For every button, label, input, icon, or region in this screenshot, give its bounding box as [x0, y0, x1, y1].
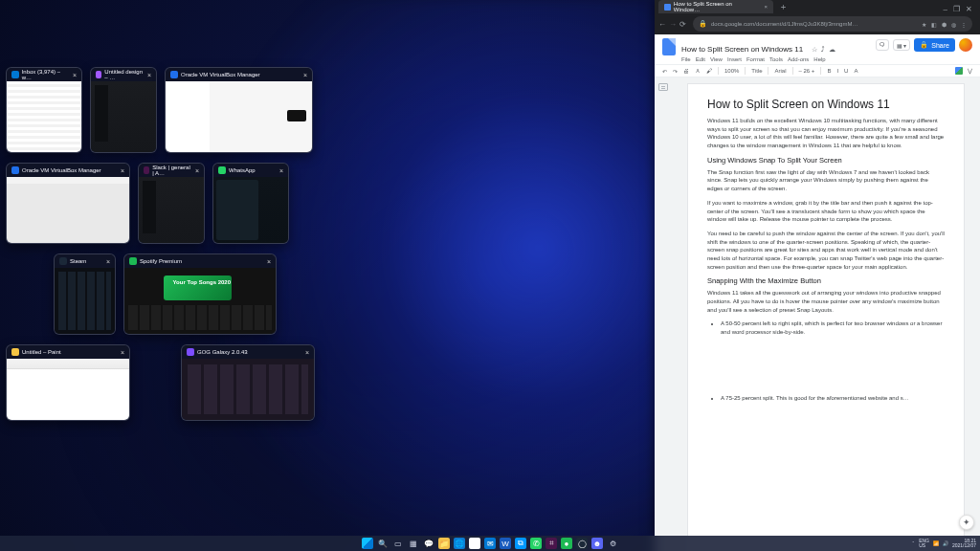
snap-tile[interactable]: Oracle VM VirtualBox Manager × [6, 163, 130, 244]
steam-icon[interactable]: ◯ [576, 538, 588, 549]
docs-document-title[interactable]: How to Split Screen on Windows 11 [681, 45, 803, 54]
snap-tile[interactable]: Slack | general | A… × [138, 163, 205, 244]
move-icon[interactable]: ⤴ [821, 46, 825, 54]
account-avatar[interactable] [959, 38, 972, 52]
explorer-icon[interactable]: 📁 [438, 538, 450, 549]
close-icon[interactable]: × [121, 167, 124, 174]
menu-edit[interactable]: Edit [696, 56, 705, 62]
share-button[interactable]: 🔒 Share [914, 38, 955, 52]
redo-icon[interactable]: ↷ [673, 68, 678, 75]
doc-h1[interactable]: How to Split Screen on Windows 11 [707, 98, 945, 111]
menu-insert[interactable]: Insert [727, 56, 742, 62]
snap-tile[interactable]: Inbox (3,974) – w… × [6, 67, 82, 153]
close-icon[interactable]: × [106, 258, 110, 265]
snap-tile[interactable]: Untitled design – … × [90, 67, 157, 153]
discord-icon[interactable]: ☻ [591, 538, 603, 549]
new-tab-button[interactable]: ＋ [777, 1, 789, 13]
start-icon[interactable] [362, 538, 373, 549]
font-size-input[interactable]: – 26 + [799, 68, 815, 74]
print-icon[interactable]: 🖨 [683, 68, 689, 74]
doc-para[interactable]: Windows 11 builds on the excellent Windo… [707, 117, 945, 150]
menu-view[interactable]: View [710, 56, 723, 62]
edge-icon[interactable]: 🌐 [454, 538, 465, 549]
star-icon[interactable]: ☆ [812, 46, 817, 54]
extension-icon[interactable]: ★ [922, 21, 926, 28]
spellcheck-icon[interactable]: Ａ [695, 67, 701, 76]
extension-icon[interactable]: ◧ [931, 21, 937, 28]
tray-language[interactable]: ENG US [919, 539, 929, 548]
slack-icon[interactable]: ⌗ [546, 538, 557, 549]
whatsapp-icon[interactable]: ✆ [530, 538, 542, 549]
mail-icon[interactable]: ✉ [484, 538, 496, 549]
network-icon[interactable]: 📶 [933, 540, 939, 546]
close-icon[interactable]: × [73, 72, 77, 78]
doc-para[interactable]: You need to be careful to push the windo… [707, 230, 945, 271]
menu-icon[interactable]: ⋮ [961, 21, 967, 28]
minimize-button[interactable]: – [944, 5, 947, 13]
maximize-button[interactable]: ❐ [953, 5, 960, 13]
tab-close-icon[interactable]: × [764, 4, 768, 10]
nav-reload-icon[interactable]: ⟳ [679, 20, 686, 29]
widgets-icon[interactable]: ▦ [408, 538, 419, 549]
toolbar-chevron-icon[interactable]: ⋁ [968, 67, 972, 75]
vscode-icon[interactable]: ⧉ [515, 538, 526, 549]
underline-button[interactable]: U [844, 68, 848, 74]
docs-logo-icon[interactable] [662, 38, 676, 55]
close-icon[interactable]: × [303, 72, 307, 78]
style-select[interactable]: Title [751, 68, 762, 74]
italic-button[interactable]: I [836, 68, 838, 74]
snap-tile[interactable]: Untitled – Paint × [6, 344, 130, 421]
window-close-button[interactable]: ✕ [966, 5, 972, 13]
menu-help[interactable]: Help [813, 56, 825, 62]
doc-h2[interactable]: Using Windows Snap To Split Your Screen [707, 156, 945, 165]
word-icon[interactable]: W [500, 538, 511, 549]
spotify-icon[interactable]: ● [561, 538, 572, 549]
menu-file[interactable]: File [681, 56, 691, 62]
task-view-icon[interactable]: ▭ [392, 538, 404, 549]
doc-para[interactable]: Windows 11 takes all the guesswork out o… [707, 289, 945, 314]
close-icon[interactable]: × [305, 349, 309, 356]
doc-list-item[interactable]: A 50-50 percent left to right split, whi… [721, 320, 945, 336]
present-icon[interactable]: ▦ ▾ [893, 39, 911, 51]
profile-icon[interactable]: ◍ [951, 21, 956, 28]
zoom-select[interactable]: 100% [724, 68, 739, 74]
bold-button[interactable]: B [827, 68, 831, 74]
snap-tile[interactable]: GOG Galaxy 2.0.43 × [181, 344, 315, 421]
snap-tile[interactable]: Spotify Premium × Your Top Songs 2020 [123, 253, 277, 335]
menu-addons[interactable]: Add-ons [788, 56, 809, 62]
undo-icon[interactable]: ↶ [662, 68, 667, 75]
chat-icon[interactable]: 💬 [423, 538, 434, 549]
browser-tab-active[interactable]: How to Split Screen on Window… × [658, 0, 773, 13]
close-icon[interactable]: × [279, 167, 283, 174]
close-icon[interactable]: × [147, 72, 151, 78]
doc-para[interactable]: The Snap function first saw the light of… [707, 168, 945, 193]
document-page[interactable]: How to Split Screen on Windows 11 Window… [687, 83, 965, 551]
comment-history-icon[interactable]: 🗨 [876, 39, 889, 51]
text-color-button[interactable]: A [854, 68, 858, 74]
editing-mode-icon[interactable] [955, 67, 963, 75]
chrome-icon[interactable]: ◉ [469, 538, 480, 549]
close-icon[interactable]: × [121, 349, 124, 356]
explore-button[interactable]: ✦ [959, 515, 974, 530]
clock[interactable]: 18:21 2021/12/07 [952, 539, 976, 548]
outline-toggle-icon[interactable] [658, 83, 668, 91]
tray-chevron-icon[interactable]: ˄ [912, 540, 915, 546]
close-icon[interactable]: × [195, 167, 199, 174]
nav-back-icon[interactable]: ← [658, 20, 666, 29]
snap-tile[interactable]: Steam × [54, 253, 116, 335]
volume-icon[interactable]: 🔊 [943, 540, 948, 546]
menu-format[interactable]: Format [746, 56, 765, 62]
nav-forward-icon[interactable]: → [669, 20, 677, 29]
close-icon[interactable]: × [267, 258, 271, 265]
snap-tile[interactable]: Oracle VM VirtualBox Manager × [165, 67, 313, 153]
paint-format-icon[interactable]: 🖌 [706, 68, 712, 74]
search-icon[interactable]: 🔍 [377, 538, 389, 549]
extension-icon[interactable]: ⬢ [942, 21, 947, 28]
snap-tile[interactable]: WhatsApp × [212, 163, 289, 244]
address-bar[interactable]: 🔒 docs.google.com/document/d/1JfmsQJu3K8… [693, 16, 972, 32]
doc-para[interactable]: If you want to maximize a window, grab i… [707, 199, 945, 224]
settings-icon[interactable]: ⚙ [607, 538, 618, 549]
menu-tools[interactable]: Tools [769, 56, 783, 62]
doc-list-item[interactable]: A 75-25 percent split. This is good for … [721, 394, 945, 403]
font-select[interactable]: Arial [774, 68, 786, 74]
